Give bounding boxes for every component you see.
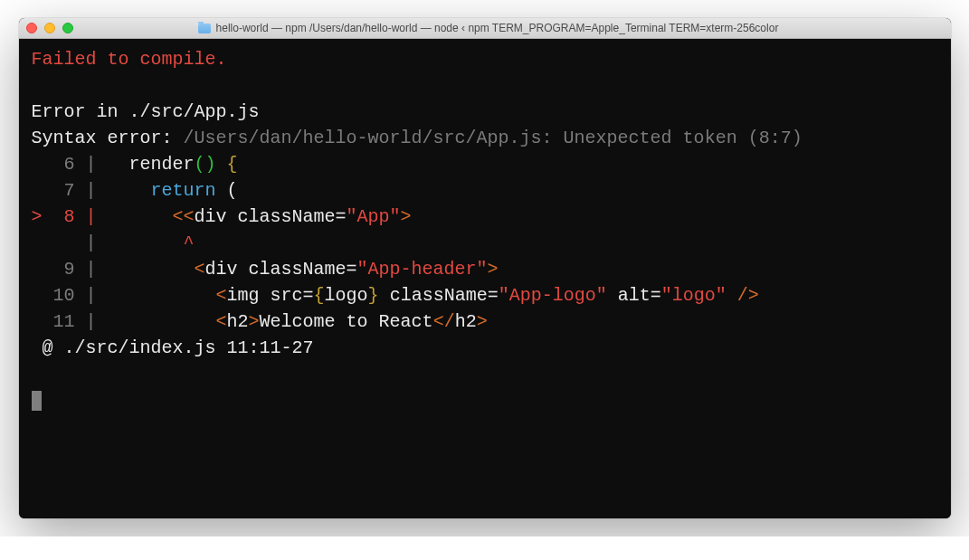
line-9-open: < [195,259,205,280]
line-11-close1: > [249,311,260,332]
line-11-pre [108,311,216,332]
line-11-open2: </ [433,311,455,332]
line-10-gutter: 10 | [32,285,108,306]
line-6-brace: { [227,154,238,175]
error-file-line: Error in ./src/App.js [32,101,260,122]
line-11-open: < [216,311,227,332]
line-7-return: return [151,180,216,201]
line-7-gutter: 7 | [32,180,108,201]
minimize-button[interactable] [44,23,55,33]
line-10-lbrace: { [314,285,325,306]
line-8-tag: div className= [195,206,347,227]
line-6-render: render [108,154,195,175]
line-10-tag2: className= [379,285,499,306]
line-11-gutter: 11 | [32,311,108,332]
traffic-lights [26,23,73,33]
line-8-open: << [173,206,195,227]
line-9-gutter: 9 | [32,259,108,280]
line-9-str: "App-header" [357,259,488,280]
line-8-gutter: > 8 | [32,206,108,227]
line-10-str2: "logo" [661,285,727,306]
line-10-open: < [216,285,227,306]
zoom-button[interactable] [62,23,73,33]
line-8-pre [108,206,173,227]
line-11-close2: > [477,311,488,332]
terminal-window: hello-world — npm /Users/dan/hello-world… [19,18,951,518]
line-10-rbrace: } [368,285,379,306]
line-7-pre [108,180,151,201]
line-11-tag: h2 [227,311,249,332]
line-10-logo: logo [325,285,368,306]
error-header: Failed to compile. [32,49,227,70]
syntax-error-prefix: Syntax error: [32,128,184,148]
line-10-close: /> [727,285,759,306]
line-10-str1: "App-logo" [499,285,607,306]
line-9-pre [108,259,195,280]
folder-icon [198,24,211,33]
line-10-pre [108,285,216,306]
line-11-text: Welcome to React [260,311,433,332]
titlebar[interactable]: hello-world — npm /Users/dan/hello-world… [19,18,951,39]
line-8-str: "App" [347,206,401,227]
line-8-close: > [401,206,412,227]
line-11-tag2: h2 [455,311,477,332]
line-6-space [216,154,227,175]
line-6-gutter: 6 | [32,154,108,175]
line-10-alt: alt= [607,285,661,306]
window-title-wrap: hello-world — npm /Users/dan/hello-world… [81,22,897,34]
line-9-tag: div className= [205,259,357,280]
cursor [32,391,42,411]
stack-trace-line: @ ./src/index.js 11:11-27 [32,337,314,358]
line-9-close: > [488,259,499,280]
caret-mark: ^ [184,233,195,253]
terminal-output[interactable]: Failed to compile. Error in ./src/App.js… [19,39,951,518]
syntax-error-path: /Users/dan/hello-world/src/App.js: Unexp… [184,128,803,148]
caret-pre [108,233,184,253]
window-title: hello-world — npm /Users/dan/hello-world… [216,22,779,34]
line-7-post: ( [216,180,238,201]
close-button[interactable] [26,23,37,33]
line-6-parens: () [195,154,216,175]
line-10-tag: img src= [227,285,314,306]
caret-gutter: | [32,233,108,253]
